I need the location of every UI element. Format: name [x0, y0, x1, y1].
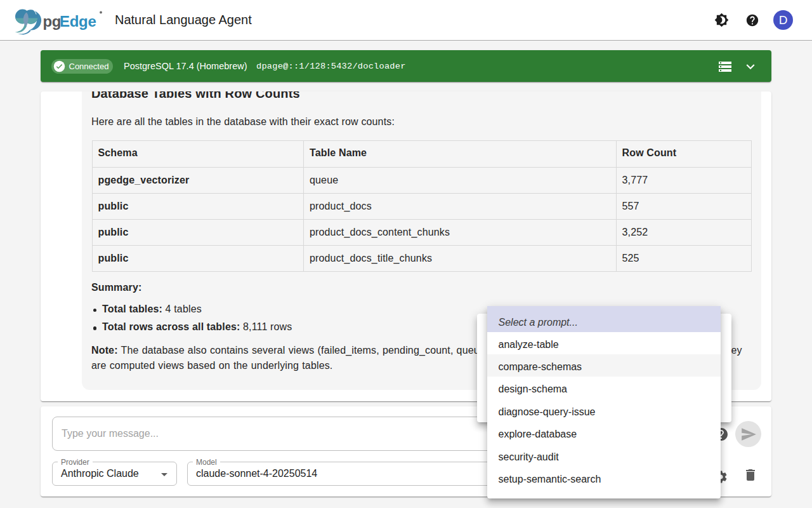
svg-text:pg: pg	[43, 13, 62, 30]
svg-text:Edge: Edge	[60, 13, 96, 30]
